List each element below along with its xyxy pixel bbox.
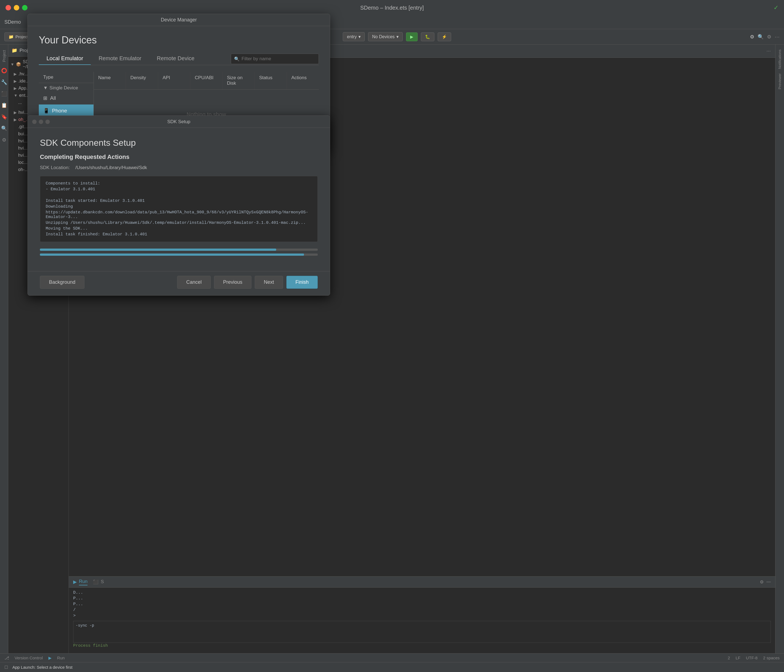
tab-more-button[interactable]: ⋯ [762, 45, 775, 57]
sdk-log-line-6: https://update.dbankcdn.com/download/dat… [46, 210, 312, 220]
th-size: Size on Disk [222, 72, 255, 89]
table-header-row: Name Density API CPU/ABI Size on Disk St… [94, 72, 319, 90]
sdk-progress-bar-2-wrap [40, 253, 318, 256]
filter-input[interactable] [231, 54, 319, 64]
sdk-main-title: SDK Components Setup [40, 138, 318, 148]
bottom-panel-minimize-icon[interactable]: — [766, 579, 771, 585]
config-icon[interactable]: ⚙ [767, 34, 772, 40]
sdk-wc-2[interactable] [39, 120, 43, 124]
bottom-panel-actions: ⚙ — [760, 579, 771, 585]
background-button[interactable]: Background [40, 276, 84, 289]
bottom-line-3: P... [73, 601, 771, 607]
sdk-setup-content: SDK Components Setup Completing Requeste… [28, 128, 330, 271]
run-tab-wrap: ▶ Run [73, 579, 87, 585]
dm-tab-remote[interactable]: Remote Emulator [91, 53, 149, 65]
app-launch-checkbox[interactable]: ☐ [5, 665, 8, 670]
sidebar-icon-3[interactable]: ⬛ [1, 88, 7, 99]
all-icon: ⊞ [43, 95, 47, 101]
th-name: Name [94, 72, 126, 89]
dm-tab-local[interactable]: Local Emulator [39, 53, 91, 65]
sdk-wc-3[interactable] [45, 120, 50, 124]
notifications-panel-toggle[interactable]: Notifications [778, 47, 782, 71]
cancel-button[interactable]: Cancel [177, 276, 211, 289]
tree-hvi2-label: hvi... [18, 138, 28, 144]
git-icon: ⎇ [5, 655, 9, 660]
run-play-icon[interactable]: ▶ [73, 579, 77, 585]
run-status-icon[interactable]: ▶ [48, 655, 52, 660]
status-line-col: 2 [728, 655, 730, 660]
tree-chevron-ent: ▼ [14, 93, 18, 98]
single-device-chevron: ▼ [43, 85, 48, 91]
sdk-progress-bar-1-wrap [40, 248, 318, 251]
bottom-tab-run[interactable]: Run [79, 579, 87, 585]
sdk-log-area: Components to install: - Emulator 3.1.0.… [40, 176, 318, 242]
finish-button[interactable]: Finish [286, 276, 318, 289]
phone-icon: 📱 [43, 108, 49, 114]
window-maximize-button[interactable] [22, 5, 28, 11]
sdk-subtitle: Completing Requested Actions [40, 154, 318, 161]
sidebar-icon-4[interactable]: 📋 [1, 99, 7, 111]
search-toolbar-icon[interactable]: 🔍 [758, 34, 764, 40]
s-icon[interactable]: ⬛ [93, 579, 98, 585]
sidebar-icon-6[interactable]: 🔍 [1, 123, 7, 134]
bottom-line-1: D... [73, 590, 771, 596]
sidebar-icon-1[interactable]: ⭕ [1, 65, 7, 76]
single-device-section[interactable]: ▼ Single Device [39, 83, 93, 92]
th-api: API [158, 72, 190, 89]
checkmark-icon: ✓ [773, 4, 778, 11]
title-bar: SDemo – Index.ets [entry] ✓ [0, 0, 784, 16]
bottom-panel-settings-icon[interactable]: ⚙ [760, 579, 764, 585]
tree-loc-label: loc... [18, 160, 28, 165]
more-icon[interactable]: ⋯ [775, 34, 779, 40]
device-manager-title: Device Manager [28, 14, 330, 26]
tree-bui-label: bui... [18, 132, 28, 137]
next-button[interactable]: Next [255, 276, 283, 289]
previous-button[interactable]: Previous [214, 276, 251, 289]
tree-sdemo-icon: 📦 [16, 62, 21, 67]
run-button[interactable]: ▶ [406, 33, 418, 41]
debug-icon: 🐛 [425, 34, 430, 39]
th-cpu: CPU/ABI [190, 72, 222, 89]
dm-tab-remote-device[interactable]: Remote Device [149, 53, 202, 65]
sdk-wc-1[interactable] [32, 120, 37, 124]
sdk-log-line-4: Install task started: Emulator 3.1.0.401 [46, 198, 312, 204]
profile-button[interactable]: ⚡ [438, 33, 451, 41]
entry-label: entry [347, 34, 357, 39]
title-bar-left [6, 5, 28, 11]
profile-icon: ⚡ [442, 34, 447, 39]
sdk-footer: Background Cancel Previous Next Finish [28, 271, 330, 295]
bottom-panel: ▶ Run ⬛ S ⚙ — [69, 576, 775, 653]
app-launch-bar: ☐ App Launch: Select a device first [0, 662, 784, 672]
version-control-toggle[interactable]: Version Control [15, 655, 43, 660]
type-header: Type [39, 72, 93, 83]
bottom-tab-s[interactable]: S [101, 579, 104, 585]
bottom-panel-header: ▶ Run ⬛ S ⚙ — [69, 577, 775, 588]
folder-icon: 📁 [12, 48, 17, 53]
sidebar-icon-7[interactable]: ⚙ [2, 134, 6, 146]
settings-icon[interactable]: ⚙ [750, 34, 754, 40]
sdk-log-line-7: Unzipping /Users/shushu/Library/Huawei/S… [46, 220, 312, 226]
window-minimize-button[interactable] [14, 5, 19, 11]
debug-button[interactable]: 🐛 [421, 33, 434, 41]
tree-oh2-label: oh-... [18, 167, 28, 172]
sidebar-icon-5[interactable]: 🔖 [1, 111, 7, 123]
type-phone-label: Phone [52, 108, 67, 114]
tree-chevron-hv: ▶ [14, 72, 17, 76]
bottom-process-line: Process finish [73, 643, 771, 649]
run-status-label[interactable]: Run [57, 655, 65, 660]
tree-git-label: .git... [18, 124, 28, 129]
status-encoding: UTF-8 [746, 655, 758, 660]
sdk-log-line-5: Downloading [46, 204, 312, 210]
entry-selector[interactable]: entry ▾ [343, 32, 365, 41]
no-devices-selector[interactable]: No Devices ▾ [368, 32, 403, 41]
project-panel-toggle[interactable]: Project [2, 47, 6, 65]
type-all[interactable]: ⊞ All [39, 92, 93, 104]
title-bar-right: ✓ [773, 4, 778, 11]
menu-sdemo[interactable]: SDemo [5, 19, 21, 25]
filter-search-icon: 🔍 [234, 56, 240, 61]
no-devices-label: No Devices [372, 34, 395, 39]
tree-ent-sub-label: ... [18, 100, 22, 105]
sidebar-icon-2[interactable]: 🔧 [1, 76, 7, 88]
window-close-button[interactable] [6, 5, 11, 11]
previewer-panel-toggle[interactable]: Previewer [778, 71, 782, 92]
